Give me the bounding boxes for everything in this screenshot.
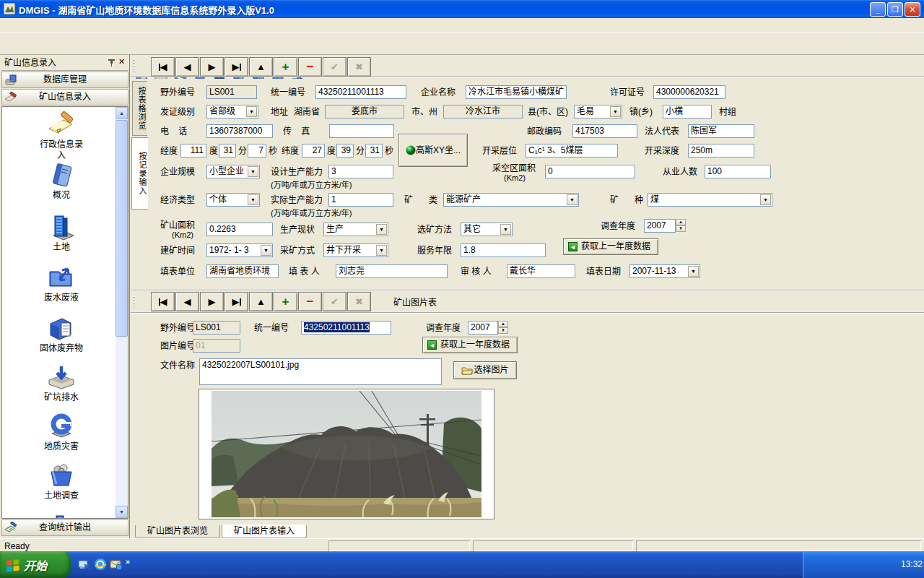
quicklaunch-expand-icon[interactable]: » [126,557,130,566]
nav1-cancel-button[interactable]: ✖ [347,57,371,77]
latitude-min-input[interactable]: 39 [336,144,354,158]
dressing-select[interactable]: 其它▼ [461,223,513,236]
spin-down-icon[interactable]: ▼ [498,327,508,334]
nav1-delete-button[interactable]: − [298,57,322,77]
nav1-first-button[interactable]: ◀ [151,57,175,77]
scroll-down-icon[interactable]: ▼ [116,506,128,518]
city-input[interactable]: 娄底市 [325,105,404,118]
quicklaunch-mail-icon[interactable] [110,558,123,571]
company-input[interactable]: 冷水江市毛易镇小横煤矿 [466,85,567,99]
fetch-prev-year-button-2[interactable]: ◄获取上一年度数据 [422,337,518,353]
scroll-up-icon[interactable]: ▲ [116,107,128,119]
sidebar-item-land-survey[interactable]: 土地调查 [4,462,119,501]
prod-status-select[interactable]: 生产▼ [323,223,388,236]
photo-survey-year-spinner[interactable]: ▲▼ [498,321,508,335]
gauss-xy-button[interactable]: 高斯XY坐... [398,134,468,167]
design-capacity-input[interactable]: 3 [328,165,393,178]
nav2-up-button[interactable]: ▲ [249,292,273,311]
mine-kind-select[interactable]: 煤▼ [648,193,772,207]
survey-year-spinner[interactable]: ▲▼ [676,219,686,233]
auditor-input[interactable]: 戴长华 [507,264,575,278]
pin-icon[interactable] [107,58,116,67]
sidebar-item-land[interactable]: 土地 [4,214,119,253]
chevron-down-icon[interactable]: ▼ [261,245,271,256]
chevron-down-icon[interactable]: ▼ [376,245,387,256]
economy-select[interactable]: 个体▼ [206,193,260,207]
photo-no-input[interactable]: 01 [193,339,240,353]
legal-rep-input[interactable]: 陈国军 [688,124,754,138]
nav1-last-button[interactable]: ▶ [225,57,248,77]
scale-select[interactable]: 小型企业▼ [206,165,260,178]
chevron-down-icon[interactable]: ▼ [248,194,258,205]
tab-photo-browse[interactable]: 矿山图片表浏览 [135,525,220,538]
goaf-area-input[interactable]: 0 [545,165,635,178]
nav1-add-button[interactable]: + [274,57,297,77]
choose-picture-button[interactable]: 选择图片 [453,361,517,379]
start-button[interactable]: 开始 [0,551,71,578]
actual-capacity-input[interactable]: 1 [328,193,393,207]
chevron-down-icon[interactable]: ▼ [500,224,511,235]
sidebar-item-solid-waste[interactable]: 固体废弃物 [4,315,119,354]
nav2-last-button[interactable]: ▶ [225,292,248,311]
sidebar-group-query-output[interactable]: 查询统计输出 [1,519,128,536]
latitude-deg-input[interactable]: 27 [302,144,325,158]
nav2-first-button[interactable]: ◀ [151,292,175,311]
town-input[interactable]: 小横 [663,105,712,118]
chevron-down-icon[interactable]: ▼ [567,194,578,205]
nav2-post-button[interactable]: ✔ [323,292,346,311]
sidebar-item-admin-entry[interactable]: 行政信息录入 [4,111,119,161]
survey-year-input[interactable]: 2007 [644,219,676,233]
nav2-next-button[interactable]: ▶ [200,292,224,311]
mining-mode-select[interactable]: 井下开采▼ [323,243,388,257]
mine-area-input[interactable]: 0.2263 [206,223,273,236]
cert-level-select[interactable]: 省部级▼ [206,105,258,118]
chevron-down-icon[interactable]: ▼ [248,166,258,177]
nav1-up-button[interactable]: ▲ [249,57,273,77]
photo-unified-no-input[interactable]: 43250211001113 [301,321,391,335]
mining-depth-input[interactable]: 250m [688,144,754,158]
nav1-next-button[interactable]: ▶ [200,57,224,77]
spin-down-icon[interactable]: ▼ [676,225,686,232]
fetch-prev-year-button-1[interactable]: ◄获取上一年度数据 [563,238,658,255]
quicklaunch-desktop-icon[interactable] [78,558,90,571]
tab-browse-grid[interactable]: 按表格浏览 [132,81,147,136]
fill-person-input[interactable]: 刘志尧 [336,264,448,278]
nav2-cancel-button[interactable]: ✖ [347,292,371,311]
sidebar-group-mine-entry[interactable]: 矿山信息录入 [1,89,128,105]
latitude-sec-input[interactable]: 31 [365,144,383,158]
longitude-sec-input[interactable]: 7 [248,144,266,158]
quicklaunch-ie-icon[interactable] [94,558,107,571]
chevron-down-icon[interactable]: ▼ [376,224,387,235]
minimize-button[interactable]: _ [870,2,886,17]
chevron-down-icon[interactable]: ▼ [688,266,699,277]
sidebar-group-database[interactable]: 数据库管理 [1,72,128,88]
nav1-prev-button[interactable]: ◀ [175,57,199,77]
tab-record-input[interactable]: 按记录输入 [131,137,148,210]
nav2-delete-button[interactable]: − [298,292,322,311]
tab-photo-input[interactable]: 矿山图片表输入 [222,525,307,538]
fax-input[interactable] [329,124,394,138]
file-name-input[interactable]: 4325022007LS00101.jpg [199,358,442,385]
mining-horizon-input[interactable]: C₁c¹ 3、5煤层 [526,144,618,158]
chevron-down-icon[interactable]: ▼ [246,106,257,117]
spin-up-icon[interactable]: ▲ [498,321,508,327]
workers-input[interactable]: 100 [705,165,771,178]
close-button[interactable]: ✕ [905,2,920,17]
photo-field-no-input[interactable]: LS001 [193,321,240,335]
mine-class-select[interactable]: 能源矿产▼ [443,193,579,207]
longitude-min-input[interactable]: 31 [219,144,236,158]
city2-input[interactable]: 冷水江市 [443,105,523,118]
nav2-add-button[interactable]: + [274,292,297,311]
spin-up-icon[interactable]: ▲ [676,219,686,225]
postcode-input[interactable]: 417503 [572,124,637,138]
sidebar-close-icon[interactable]: ✕ [118,57,125,66]
fill-unit-input[interactable]: 湖南省地质环境 [206,264,279,278]
sidebar-item-partial[interactable] [4,510,119,519]
sidebar-item-wastewater[interactable]: 废水废液 [4,264,119,303]
field-no-input[interactable]: LS001 [206,85,257,99]
sidebar-scrollbar[interactable]: ▲ ▼ [116,107,128,518]
unified-no-input[interactable]: 43250211001113 [315,85,406,99]
chevron-down-icon[interactable]: ▼ [760,194,771,205]
fill-date-select[interactable]: 2007-11-13▼ [629,264,700,278]
sidebar-item-geo-hazard[interactable]: 地质灾害 [4,413,119,452]
